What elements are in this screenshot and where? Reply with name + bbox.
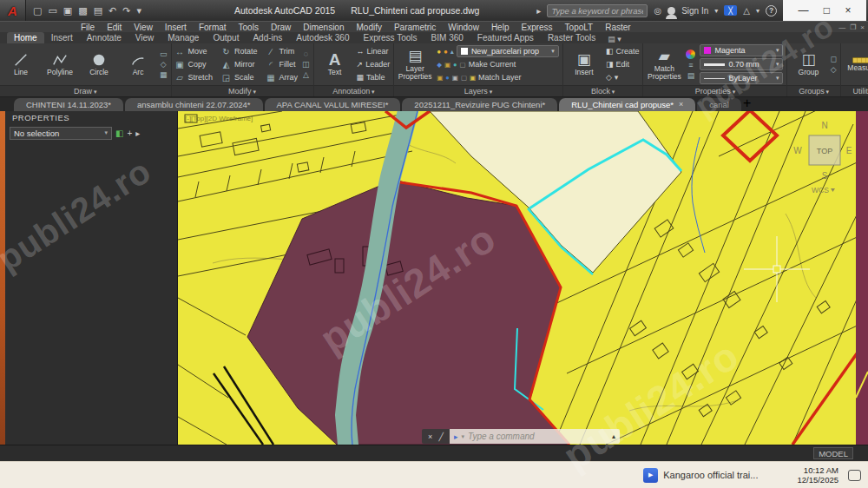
layer-on-icon[interactable]: ● — [437, 48, 441, 56]
move-button[interactable]: ↔Move — [175, 45, 214, 58]
layer-tool-icon[interactable]: ◆ — [437, 61, 442, 69]
layer-tool-icon[interactable]: ▣ — [452, 74, 458, 82]
minimize-button[interactable]: — — [798, 4, 808, 16]
panel-label-properties[interactable]: Properties — [643, 85, 786, 96]
tab-close-icon[interactable]: × — [679, 98, 683, 111]
measure-button[interactable]: Measure — [845, 57, 868, 72]
panel-label-modify[interactable]: Modify — [172, 85, 313, 96]
lineweight-list-icon[interactable]: ▤ — [687, 71, 695, 80]
stretch-button[interactable]: ▱Stretch — [175, 71, 214, 84]
ribbon-display-toggle-icon[interactable]: ▤ ▾ — [608, 35, 621, 43]
doc-close-icon[interactable]: × — [860, 23, 865, 31]
autocad-logo-icon[interactable]: A — [0, 0, 26, 21]
map-drawing[interactable]: [-][Top][2D Wireframe] TOP N W E S WCS — [178, 111, 868, 445]
linetype-dropdown[interactable]: ByLayer ▾ — [700, 72, 783, 84]
layer-tool-icon[interactable]: ▢ — [460, 61, 466, 69]
undo-icon[interactable]: ↶ — [108, 5, 116, 16]
ribbon-tab-view[interactable]: View — [128, 32, 161, 43]
menu-express[interactable]: Express — [515, 23, 558, 32]
command-line[interactable]: × ╱ ▸ ▾ Type a command ▴ — [422, 429, 620, 444]
maximize-button[interactable]: □ — [824, 4, 830, 16]
match-properties-button[interactable]: ▰ Match Properties — [647, 49, 681, 81]
panel-label-annotation[interactable]: Annotation — [314, 85, 394, 96]
menu-tools[interactable]: Tools — [233, 23, 265, 32]
taskbar-widget-kangaroo[interactable]: ▶ Kangaroo official trai... — [643, 468, 758, 483]
viewcube-east[interactable]: E — [846, 146, 852, 155]
menu-edit[interactable]: Edit — [101, 23, 128, 32]
object-color-dropdown[interactable]: Magenta ▾ — [700, 44, 783, 56]
trim-button[interactable]: ∕Trim — [266, 45, 299, 58]
doc-tab-rlu-chinteni-cad-propuse[interactable]: RLU_Chinteni cad propuse*× — [559, 98, 695, 111]
text-button[interactable]: A Text — [318, 52, 352, 76]
doc-tab-20251211-revizuire-pug-chinteni[interactable]: 20251211_Revizuire PUG Chinteni* — [402, 98, 557, 111]
notifications-icon[interactable] — [848, 470, 861, 481]
rotate-button[interactable]: ↻Rotate — [221, 45, 258, 58]
doc-tab-canal[interactable]: canal — [697, 98, 741, 111]
table-button[interactable]: ▦Table — [357, 71, 391, 84]
menu-dimension[interactable]: Dimension — [297, 23, 350, 32]
menu-topolt[interactable]: TopoLT — [559, 23, 600, 32]
offset-tool-icon[interactable]: △ — [303, 70, 309, 79]
menu-file[interactable]: File — [75, 23, 101, 32]
menu-window[interactable]: Window — [442, 23, 485, 32]
command-expand-icon[interactable]: ▴ — [612, 432, 615, 440]
hatch-tool-icon[interactable]: ◇ — [161, 60, 167, 69]
save-icon[interactable]: ▣ — [63, 5, 72, 16]
insert-block-button[interactable]: ▣ Insert — [567, 52, 602, 76]
ribbon-tab-manage[interactable]: Manage — [161, 32, 206, 43]
select-objects-icon[interactable]: + — [127, 129, 132, 138]
ribbon-tab-featured-apps[interactable]: Featured Apps — [470, 32, 541, 43]
line-button[interactable]: Line — [3, 52, 38, 76]
leader-button[interactable]: ↗Leader — [357, 58, 391, 71]
viewcube-top-label[interactable]: TOP — [817, 147, 832, 155]
redo-icon[interactable]: ↷ — [122, 5, 130, 16]
menu-help[interactable]: Help — [485, 23, 516, 32]
group-button[interactable]: ◫ Group — [791, 52, 825, 76]
help-search-input[interactable] — [547, 4, 648, 17]
wcs-dropdown[interactable]: WCS — [812, 186, 829, 195]
group-edit-icon[interactable]: ◇ — [831, 65, 837, 74]
drawing-canvas[interactable]: [-][Top][2D Wireframe] TOP N W E S WCS — [178, 111, 868, 445]
doc-tab-chinteni-14-11-2023[interactable]: CHINTENI 14.11.2023* — [14, 98, 123, 111]
mirror-button[interactable]: ◭Mirror — [221, 58, 258, 71]
menu-draw[interactable]: Draw — [265, 23, 297, 32]
ribbon-tab-bim-360[interactable]: BIM 360 — [424, 32, 470, 43]
layer-tool-icon[interactable]: ● — [453, 61, 457, 69]
close-button[interactable]: × — [845, 4, 852, 16]
scale-button[interactable]: ◲Scale — [221, 71, 258, 84]
layer-tool-icon[interactable]: ▢ — [461, 74, 467, 82]
plot-icon[interactable]: ▤ — [94, 5, 102, 16]
menu-format[interactable]: Format — [193, 23, 233, 32]
command-close-icon[interactable]: × — [428, 432, 432, 441]
region-tool-icon[interactable]: ▦ — [160, 70, 168, 79]
autodesk-exchange-icon[interactable]: ╳ — [724, 5, 737, 16]
help-caret-icon[interactable]: ▾ — [756, 7, 760, 15]
menu-modify[interactable]: Modify — [351, 23, 388, 32]
ribbon-tab-output[interactable]: Output — [206, 32, 246, 43]
linear-button[interactable]: ↔Linear — [357, 45, 391, 58]
sign-in-button[interactable]: Sign In — [681, 6, 708, 16]
explode-tool-icon[interactable]: ◫ — [302, 60, 310, 69]
ribbon-tab-autodesk-360[interactable]: Autodesk 360 — [289, 32, 356, 43]
sign-in-caret-icon[interactable]: ▾ — [714, 7, 718, 15]
copy-button[interactable]: ▣Copy — [175, 58, 214, 71]
ribbon-tab-express-tools[interactable]: Express Tools — [357, 32, 424, 43]
layer-tool-icon[interactable]: ▣ — [437, 74, 443, 82]
ribbon-tab-raster-tools[interactable]: Raster Tools — [541, 32, 602, 43]
color-wheel-icon[interactable] — [686, 49, 695, 59]
toggle-pickadd-icon[interactable]: ◧ — [115, 129, 123, 138]
layer-dropdown[interactable]: New_parcelari prop▾ — [457, 45, 559, 57]
help-icon[interactable]: ? — [766, 5, 777, 16]
block-attributes-button[interactable]: ◇▾ — [606, 71, 640, 84]
ungroup-icon[interactable]: ◻ — [830, 55, 836, 63]
ribbon-tab-insert[interactable]: Insert — [44, 32, 80, 43]
match-layer-button[interactable]: ▣●▣▢▣Match Layer — [437, 71, 559, 84]
doc-minimize-icon[interactable]: — — [838, 23, 845, 31]
lineweight-dropdown[interactable]: 0.70 mm ▾ — [700, 58, 783, 70]
doc-tab-apa-canal-valul-miresei[interactable]: APA CANAL VALUL MIRESEI* — [265, 98, 401, 111]
linetype-list-icon[interactable]: ≡ — [688, 61, 693, 69]
new-drawing-tab-button[interactable]: + — [743, 96, 751, 111]
selection-dropdown[interactable]: No selection ▾ — [10, 127, 112, 140]
menu-raster[interactable]: Raster — [599, 23, 636, 32]
make-current-button[interactable]: ◆▣●▢Make Current — [437, 58, 559, 71]
